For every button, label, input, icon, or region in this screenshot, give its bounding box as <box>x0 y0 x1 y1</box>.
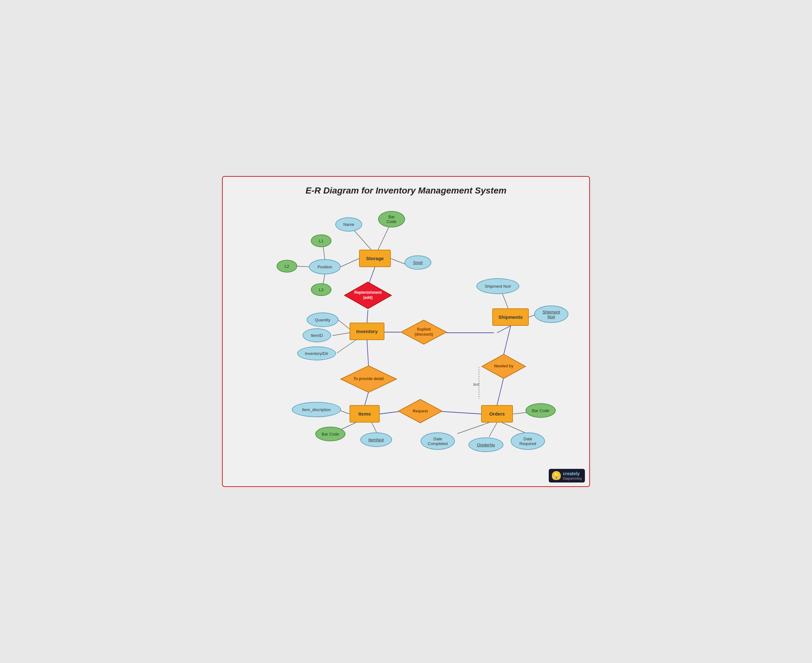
svg-line-2 <box>391 259 405 264</box>
relationship-replenishment: Replenishment(add) <box>344 281 392 309</box>
entity-storage: Storage <box>359 250 391 267</box>
diagram-container: E-R Diagram for Inventory Management Sys… <box>222 176 590 487</box>
attribute-shipment-date: Shipment No# <box>476 278 519 294</box>
attribute-shipment-no: ShipmentNo# <box>534 306 568 323</box>
attribute-name: Name <box>335 217 362 231</box>
attribute-orderno: OrederNo <box>468 437 504 452</box>
svg-line-19 <box>367 340 368 367</box>
svg-line-11 <box>337 340 356 353</box>
attribute-barcode-orders: Bar Code <box>526 403 556 418</box>
svg-line-14 <box>497 326 511 333</box>
attribute-date-required: DateRequired <box>511 432 545 450</box>
attribute-barcode-top: BarCode <box>378 211 405 228</box>
svg-line-8 <box>367 310 368 323</box>
text-label: text <box>473 382 479 387</box>
entity-orders: Orders <box>481 405 513 422</box>
svg-line-5 <box>297 266 309 267</box>
svg-line-29 <box>502 422 527 433</box>
attribute-barcode-items: Bar Code <box>315 427 345 441</box>
svg-line-26 <box>513 412 528 414</box>
svg-line-27 <box>457 422 489 433</box>
svg-line-20 <box>365 392 368 405</box>
relationship-to-provide: To provide detail <box>340 365 397 393</box>
attribute-itemid: ItemID <box>303 328 331 342</box>
attribute-itemno: ItemNo# <box>360 432 392 447</box>
svg-line-10 <box>333 333 350 336</box>
entity-items: Items <box>350 405 380 422</box>
relationship-needed-by: Needed by <box>481 354 526 379</box>
logo-brand: creately <box>563 471 582 477</box>
logo-bulb-icon: 💡 <box>552 471 561 480</box>
svg-line-21 <box>340 411 350 414</box>
attribute-l2: L2 <box>277 260 297 273</box>
attribute-l3: L3 <box>311 283 331 296</box>
attribute-sno: Sno# <box>404 255 431 270</box>
svg-line-3 <box>341 259 359 267</box>
attribute-inventoryid: InventoryID# <box>297 346 336 361</box>
attribute-item-desc: Item_discription <box>292 402 341 417</box>
logo-sub: Diagramming <box>563 477 582 480</box>
creately-logo: 💡 creately Diagramming <box>549 469 585 482</box>
svg-line-9 <box>339 320 350 329</box>
svg-line-28 <box>489 422 497 437</box>
entity-shipments: Shipments <box>492 308 529 326</box>
svg-line-23 <box>372 422 377 433</box>
attribute-l1: L1 <box>311 234 331 247</box>
svg-line-17 <box>504 326 511 356</box>
attribute-quantity: Quantity <box>307 312 339 327</box>
relationship-supplied: Suplied(discount) <box>400 319 447 345</box>
attribute-date-completed: DateCompleted <box>421 432 455 450</box>
svg-line-25 <box>441 411 481 414</box>
attribute-position: Position <box>309 259 341 274</box>
svg-line-18 <box>497 379 504 405</box>
entity-inventory: Inventory <box>350 323 384 340</box>
svg-line-24 <box>380 411 400 414</box>
relationship-request: Request <box>398 399 443 424</box>
diagram-title: E-R Diagram for Inventory Management Sys… <box>223 177 589 199</box>
